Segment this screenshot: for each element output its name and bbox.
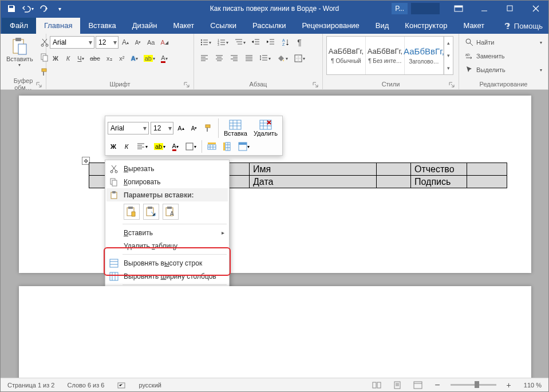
user-name-area[interactable] xyxy=(411,3,440,14)
clear-formatting-button[interactable]: A◢ xyxy=(158,36,170,49)
sort-button[interactable]: AZ xyxy=(279,36,293,49)
mini-insert-rows-button[interactable] xyxy=(205,140,219,153)
maximize-button[interactable] xyxy=(497,1,523,17)
mini-grow-font-button[interactable]: A▴ xyxy=(175,122,187,134)
font-launcher-icon[interactable] xyxy=(183,81,190,88)
mini-font-color-button[interactable]: A▾ xyxy=(169,140,181,153)
paragraph-launcher-icon[interactable] xyxy=(312,81,319,88)
bold-button[interactable]: Ж xyxy=(50,52,61,65)
zoom-slider[interactable] xyxy=(451,384,496,386)
ctx-cut[interactable]: ВВырезатьырезать xyxy=(106,162,228,175)
view-print-button[interactable] xyxy=(391,380,404,390)
styles-launcher-icon[interactable] xyxy=(448,81,455,88)
find-button[interactable]: Найти▾ xyxy=(463,36,544,49)
mini-font-combo[interactable]: ▾ xyxy=(108,122,149,134)
undo-button[interactable]: ▾ xyxy=(21,2,34,15)
tab-mailings[interactable]: Рассылки xyxy=(244,18,294,34)
ctx-insert[interactable]: Вставить▸ xyxy=(106,226,228,239)
mini-insert-button[interactable]: Вставка xyxy=(222,118,250,138)
tell-me-search[interactable]: Помощь xyxy=(498,18,548,34)
line-spacing-button[interactable]: ▾ xyxy=(257,52,273,65)
tab-insert[interactable]: Вставка xyxy=(80,18,124,34)
ctx-distribute-rows[interactable]: Выровнять высоту строк xyxy=(106,256,228,270)
font-size-combo[interactable]: ▾ xyxy=(96,36,119,49)
mini-highlight-button[interactable]: ab▾ xyxy=(152,140,168,153)
mini-format-painter-button[interactable] xyxy=(202,122,215,134)
redo-button[interactable] xyxy=(37,2,50,15)
superscript-button[interactable]: x² xyxy=(116,52,128,65)
style-normal[interactable]: АаБбВвГг,¶ Обычный xyxy=(327,37,366,74)
multilevel-list-button[interactable]: ▾ xyxy=(232,36,248,49)
paste-text-only-button[interactable]: A xyxy=(163,204,179,220)
mini-insert-cols-button[interactable] xyxy=(220,140,234,153)
bullets-button[interactable]: ▾ xyxy=(198,36,214,49)
numbering-button[interactable]: 123▾ xyxy=(215,36,231,49)
mini-shrink-font-button[interactable]: A▾ xyxy=(188,122,200,134)
status-words[interactable]: Слово 6 из 6 xyxy=(65,381,106,390)
zoom-in-button[interactable]: + xyxy=(504,381,514,389)
decrease-indent-button[interactable] xyxy=(249,36,263,49)
underline-button[interactable]: Ч▾ xyxy=(75,52,86,65)
increase-indent-button[interactable] xyxy=(264,36,278,49)
ribbon-options-button[interactable] xyxy=(445,1,471,17)
paste-keep-source-button[interactable] xyxy=(124,204,140,220)
tab-references[interactable]: Ссылки xyxy=(202,18,244,34)
align-right-button[interactable] xyxy=(227,52,241,65)
minimize-button[interactable] xyxy=(471,1,497,17)
save-button[interactable] xyxy=(5,2,18,15)
paste-button[interactable]: Вставить ▾ xyxy=(4,36,35,76)
status-page[interactable]: Страница 1 из 2 xyxy=(5,381,57,390)
status-language[interactable]: русский xyxy=(137,381,164,390)
align-justify-button[interactable] xyxy=(242,52,256,65)
styles-gallery-more[interactable]: ▴▾▾ xyxy=(444,37,453,74)
highlight-button[interactable]: ab▾ xyxy=(141,52,157,65)
mini-delete-button[interactable]: Удалить xyxy=(251,118,280,138)
tab-design[interactable]: Дизайн xyxy=(124,18,165,34)
mini-italic-button[interactable]: К xyxy=(121,140,132,153)
font-color-button[interactable]: A▾ xyxy=(159,52,170,65)
tab-file[interactable]: Файл xyxy=(2,18,36,34)
mini-align-button[interactable]: ▾ xyxy=(134,140,150,153)
select-button[interactable]: Выделить▾ xyxy=(463,64,544,76)
ctx-distribute-cols[interactable]: Выровнять ширину столбцов xyxy=(106,270,228,283)
status-spellcheck[interactable] xyxy=(115,380,129,390)
grow-font-button[interactable]: A▴ xyxy=(120,36,131,49)
user-badge[interactable]: Р... xyxy=(392,3,408,14)
italic-button[interactable]: К xyxy=(62,52,74,65)
zoom-level[interactable]: 110 % xyxy=(522,381,544,390)
mini-borders-button[interactable]: ▾ xyxy=(183,140,199,153)
paste-merge-button[interactable] xyxy=(143,204,159,220)
align-left-button[interactable] xyxy=(198,52,211,65)
replace-button[interactable]: ab Заменить xyxy=(463,50,544,62)
tab-home[interactable]: Главная xyxy=(36,18,80,34)
view-web-button[interactable] xyxy=(412,380,424,390)
mini-bold-button[interactable]: Ж xyxy=(108,140,119,153)
document-area[interactable]: ✥ Имя Отчество Дата Подпись ▾ ▾ A▴ xyxy=(1,90,548,378)
qat-customize-button[interactable]: ▾ xyxy=(53,2,66,15)
shading-button[interactable]: ▾ xyxy=(274,52,290,65)
mini-cell-styles-button[interactable]: ▾ xyxy=(236,140,252,153)
view-read-button[interactable] xyxy=(370,380,383,390)
mini-size-combo[interactable]: ▾ xyxy=(151,122,173,134)
font-name-combo[interactable]: ▾ xyxy=(50,36,94,49)
tab-layout[interactable]: Макет xyxy=(165,18,202,34)
tab-view[interactable]: Вид xyxy=(368,18,397,34)
strikethrough-button[interactable]: abc xyxy=(88,52,102,65)
zoom-out-button[interactable]: − xyxy=(432,381,442,389)
change-case-button[interactable]: Aa xyxy=(145,36,157,49)
subscript-button[interactable]: x₂ xyxy=(104,52,115,65)
text-effects-button[interactable]: A▾ xyxy=(129,52,140,65)
borders-button[interactable]: ▾ xyxy=(291,52,307,65)
style-nospacing[interactable]: АаБбВвГг,¶ Без инте… xyxy=(366,37,405,74)
ctx-copy[interactable]: Копировать xyxy=(106,175,228,188)
show-paragraph-marks-button[interactable]: ¶ xyxy=(294,36,305,49)
ctx-delete-table[interactable]: Удалить таблицу xyxy=(106,239,228,252)
shrink-font-button[interactable]: A▾ xyxy=(132,36,144,49)
clipboard-launcher-icon[interactable] xyxy=(35,81,42,88)
align-center-button[interactable] xyxy=(212,52,226,65)
tab-review[interactable]: Рецензирование xyxy=(294,18,367,34)
style-heading1[interactable]: АаБбВвГг,Заголово… xyxy=(405,37,444,74)
styles-gallery[interactable]: АаБбВвГг,¶ Обычный АаБбВвГг,¶ Без инте… … xyxy=(326,36,453,75)
close-button[interactable] xyxy=(523,1,548,17)
tab-table-design[interactable]: Конструктор xyxy=(397,18,455,34)
